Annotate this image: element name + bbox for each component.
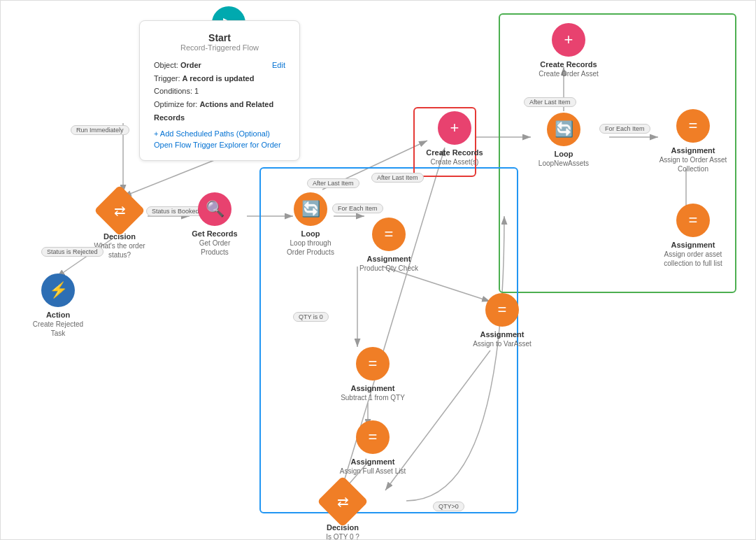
start-meta: Object: Order Edit Trigger: A record is … bbox=[154, 59, 285, 124]
assignment5-node[interactable]: = Assignment Assign to Order Asset Colle… bbox=[658, 109, 728, 173]
action1-node[interactable]: ⚡ Action Create Rejected Task bbox=[30, 273, 86, 338]
trigger-row: Trigger: A record is updated bbox=[154, 72, 285, 85]
assignment1-icon: = bbox=[372, 218, 406, 251]
create-records1-node[interactable]: + Create Records Create Asset(s) bbox=[423, 111, 486, 166]
add-scheduled-link[interactable]: + Add Scheduled Paths (Optional) bbox=[154, 129, 285, 138]
get-records1-label: Get Records bbox=[192, 229, 237, 239]
assignment6-label: Assignment bbox=[671, 240, 715, 250]
assignment5-label: Assignment bbox=[671, 145, 715, 155]
start-card-header: Start Record-Triggered Flow bbox=[154, 32, 285, 52]
loop1-sublabel: Loop through Order Products bbox=[280, 239, 341, 257]
get-records1-node[interactable]: 🔍 Get Records Get Order Products bbox=[187, 192, 243, 257]
assignment1-node[interactable]: = Assignment Product Qty Check bbox=[357, 218, 420, 273]
for-each-item-pill-2: For Each Item bbox=[599, 124, 650, 134]
qty-gt-0-pill: QTY>0 bbox=[433, 502, 464, 511]
after-last-item-pill-1: After Last Item bbox=[307, 178, 359, 188]
start-actions: + Add Scheduled Paths (Optional) Open Fl… bbox=[154, 129, 285, 149]
create-records2-node[interactable]: + Create Records Create Order Asset bbox=[534, 23, 604, 78]
decision2-sublabel: Is QTY 0 ? bbox=[326, 532, 359, 540]
optimize-row: Optimize for: Actions and Related Record… bbox=[154, 98, 285, 124]
create-records1-sublabel: Create Asset(s) bbox=[431, 157, 479, 166]
qty-is-0-pill: QTY is 0 bbox=[293, 312, 329, 322]
flow-canvas: ▶ Start Record-Triggered Flow Object: Or… bbox=[0, 0, 756, 540]
loop2-label: Loop bbox=[555, 149, 573, 159]
loop1-label: Loop bbox=[301, 229, 320, 239]
assignment1-label: Assignment bbox=[367, 254, 411, 264]
create-records2-label: Create Records bbox=[540, 59, 597, 69]
open-trigger-link[interactable]: Open Flow Trigger Explorer for Order bbox=[154, 141, 285, 149]
status-rejected-pill: Status is Rejected bbox=[41, 247, 104, 257]
get-records1-icon: 🔍 bbox=[198, 192, 231, 226]
assignment6-node[interactable]: = Assignment Assign order asset collecti… bbox=[658, 204, 728, 268]
loop1-node[interactable]: 🔄 Loop Loop through Order Products bbox=[280, 192, 341, 257]
assignment2-icon: = bbox=[485, 293, 519, 327]
assignment2-sublabel: Assign to VarAsset bbox=[473, 339, 532, 348]
after-last-item-pill-2: After Last Item bbox=[371, 173, 424, 183]
for-each-item-pill-1: For Each Item bbox=[332, 204, 383, 213]
action1-label: Action bbox=[46, 310, 70, 320]
get-records1-sublabel: Get Order Products bbox=[187, 239, 243, 257]
decision1-icon: ⇄ bbox=[94, 185, 145, 236]
create-records2-sublabel: Create Order Asset bbox=[539, 69, 599, 78]
assignment5-sublabel: Assign to Order Asset Collection bbox=[658, 155, 728, 173]
conditions-row: Conditions: 1 bbox=[154, 85, 285, 98]
assignment4-icon: = bbox=[356, 420, 390, 454]
after-last-item-pill-3: After Last Item bbox=[524, 97, 576, 107]
action1-sublabel: Create Rejected Task bbox=[30, 320, 86, 338]
start-card: Start Record-Triggered Flow Object: Orde… bbox=[139, 20, 300, 161]
assignment3-node[interactable]: = Assignment Subtract 1 from QTY bbox=[338, 347, 408, 402]
assignment3-icon: = bbox=[356, 347, 390, 381]
assignment4-label: Assignment bbox=[351, 457, 395, 467]
start-subtitle: Record-Triggered Flow bbox=[180, 43, 259, 52]
loop1-icon: 🔄 bbox=[294, 192, 327, 226]
assignment4-sublabel: Assign Full Asset List bbox=[340, 467, 406, 476]
assignment1-sublabel: Product Qty Check bbox=[359, 264, 418, 273]
assignment3-label: Assignment bbox=[351, 383, 395, 393]
decision2-node[interactable]: ⇄ Decision Is QTY 0 ? bbox=[311, 483, 374, 540]
loop2-node[interactable]: 🔄 Loop LoopNewAssets bbox=[534, 113, 594, 168]
assignment3-sublabel: Subtract 1 from QTY bbox=[341, 393, 405, 402]
create-records2-icon: + bbox=[552, 23, 585, 57]
assignment2-label: Assignment bbox=[480, 329, 525, 339]
edit-link[interactable]: Edit bbox=[272, 59, 285, 72]
create-records1-label: Create Records bbox=[426, 148, 483, 157]
assignment5-icon: = bbox=[676, 109, 710, 143]
run-immediately-pill: Run Immediately bbox=[71, 125, 129, 135]
start-title: Start bbox=[208, 32, 231, 43]
assignment2-node[interactable]: = Assignment Assign to VarAsset bbox=[471, 293, 534, 348]
assignment6-icon: = bbox=[676, 204, 710, 237]
loop2-sublabel: LoopNewAssets bbox=[539, 159, 589, 168]
action1-icon: ⚡ bbox=[41, 273, 75, 307]
object-label: Object: Order bbox=[154, 59, 201, 72]
decision2-icon: ⇄ bbox=[317, 476, 369, 527]
assignment4-node[interactable]: = Assignment Assign Full Asset List bbox=[338, 420, 408, 476]
create-records1-icon: + bbox=[438, 111, 471, 145]
loop2-icon: 🔄 bbox=[547, 113, 580, 146]
svg-line-2 bbox=[123, 158, 220, 197]
assignment6-sublabel: Assign order asset collection to full li… bbox=[658, 250, 728, 268]
